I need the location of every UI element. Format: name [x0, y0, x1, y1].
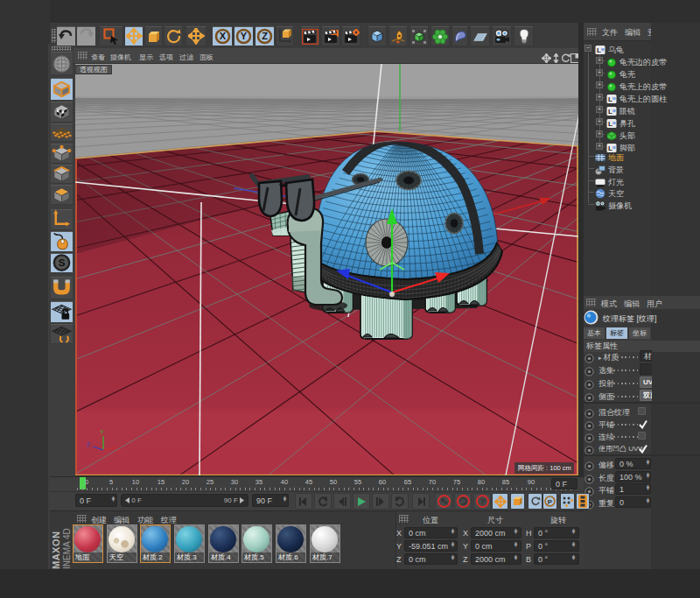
svg-text:X: X: [117, 449, 122, 455]
svg-text:o: o: [612, 108, 616, 113]
svg-text:X: X: [219, 31, 226, 41]
svg-text:Y: Y: [241, 31, 248, 41]
svg-text:?: ?: [480, 497, 485, 506]
svg-text:P: P: [548, 498, 553, 506]
svg-text:Z: Z: [262, 31, 268, 41]
svg-text:Z: Z: [87, 441, 91, 447]
svg-text:o: o: [612, 144, 616, 150]
svg-text:Y: Y: [100, 429, 104, 435]
svg-text:网格间距 : 100 cm: 网格间距 : 100 cm: [518, 464, 571, 472]
svg-text:o: o: [612, 120, 616, 125]
svg-text:o: o: [612, 95, 616, 101]
svg-text:S: S: [59, 257, 66, 268]
svg-text:o: o: [601, 46, 605, 52]
